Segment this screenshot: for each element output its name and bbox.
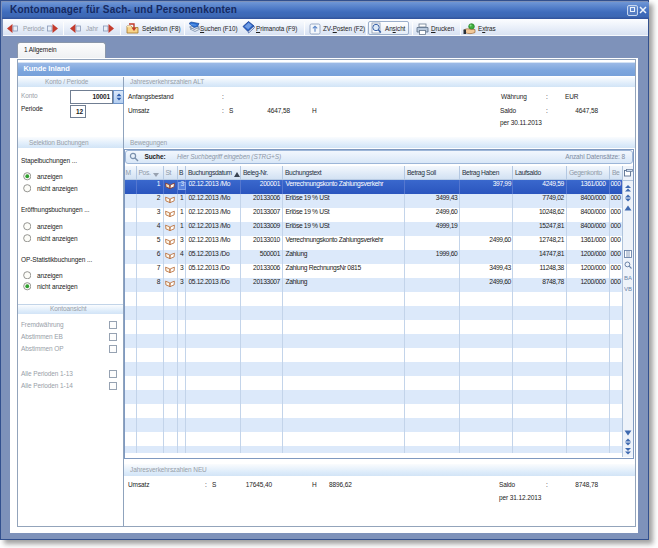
svg-text:VB: VB xyxy=(624,286,632,292)
svg-text:BA: BA xyxy=(624,275,632,281)
